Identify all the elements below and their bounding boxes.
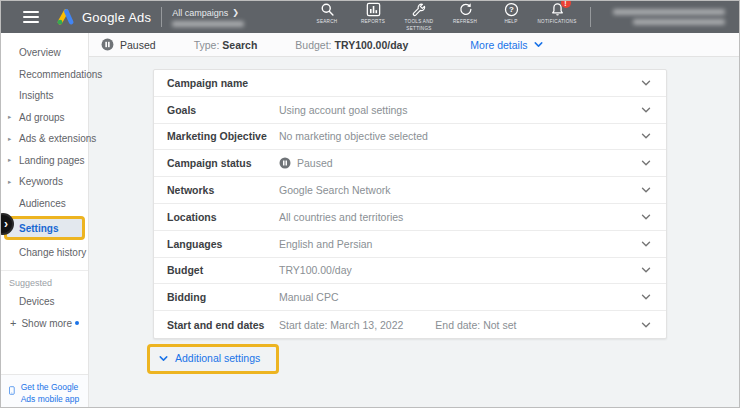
svg-text:?: ?: [509, 5, 514, 14]
mobile-app-link[interactable]: Get the Google Ads mobile app: [1, 374, 88, 408]
redacted-account-name: [613, 9, 725, 15]
refresh-button[interactable]: REFRESH: [442, 2, 488, 25]
expand-arrow-icon: ▸: [8, 178, 11, 186]
row-label: Languages: [167, 238, 279, 250]
sidebar-item-audiences[interactable]: Audiences: [1, 193, 88, 215]
topbar-nav: SEARCH REPORTS TOOLS AND SETTINGS REFRES…: [304, 2, 580, 32]
sidebar: Overview Recommendations Insights ▸Ad gr…: [1, 33, 89, 407]
campaign-status-bar: Paused Type:Search Budget:TRY100.00/day …: [89, 33, 739, 57]
refresh-icon: [458, 2, 473, 17]
row-value: TRY100.00/day: [279, 264, 639, 276]
row-label: Bidding: [167, 291, 279, 303]
additional-settings-toggle[interactable]: Additional settings: [147, 344, 279, 374]
breadcrumb-label[interactable]: All campaigns: [172, 8, 228, 18]
topbar-divider: [590, 7, 591, 27]
row-label: Budget: [167, 264, 279, 276]
notifications-button[interactable]: ! NOTIFICATIONS: [534, 2, 580, 25]
chevron-down-icon[interactable]: [639, 183, 653, 197]
row-value: No marketing objective selected: [279, 130, 639, 142]
row-label: Locations: [167, 211, 279, 223]
chevron-down-icon[interactable]: [639, 76, 653, 90]
row-value: English and Persian: [279, 238, 639, 250]
row-value: Paused: [279, 157, 639, 169]
tools-and-settings-button[interactable]: TOOLS AND SETTINGS: [396, 2, 442, 32]
start-date: Start date: March 13, 2022: [279, 319, 403, 331]
settings-row-campaign-name[interactable]: Campaign name: [154, 70, 666, 97]
chevron-down-icon[interactable]: [639, 210, 653, 224]
reports-button[interactable]: REPORTS: [350, 2, 396, 25]
help-button[interactable]: ? HELP: [488, 2, 534, 25]
settings-row-languages[interactable]: Languages English and Persian: [154, 231, 666, 258]
row-value: Start date: March 13, 2022 End date: Not…: [279, 319, 639, 331]
notification-dot: [75, 321, 79, 325]
settings-row-start-end-dates[interactable]: Start and end dates Start date: March 13…: [154, 311, 666, 338]
end-date: End date: Not set: [435, 319, 516, 331]
row-value: All countries and territories: [279, 211, 639, 223]
row-value: Manual CPC: [279, 291, 639, 303]
sidebar-item-recommendations[interactable]: Recommendations: [1, 64, 88, 86]
sidebar-item-overview[interactable]: Overview: [1, 42, 88, 64]
search-button[interactable]: SEARCH: [304, 2, 350, 25]
chevron-down-icon[interactable]: [639, 237, 653, 251]
plus-icon: +: [10, 317, 16, 329]
help-icon: ?: [504, 2, 519, 17]
chevron-down-icon[interactable]: [639, 318, 653, 332]
search-icon: [320, 2, 335, 17]
campaign-settings-card: Campaign name Goals Using account goal s…: [153, 69, 667, 339]
row-label: Start and end dates: [167, 319, 279, 331]
settings-row-budget[interactable]: Budget TRY100.00/day: [154, 258, 666, 285]
expand-arrow-icon: ▸: [8, 113, 11, 121]
chevron-right-icon: ❯: [232, 8, 239, 17]
menu-icon[interactable]: [23, 11, 39, 23]
breadcrumb[interactable]: All campaigns ❯: [172, 8, 244, 27]
sidebar-item-keywords[interactable]: ▸Keywords: [1, 171, 88, 193]
notification-badge: !: [561, 0, 571, 8]
campaign-type: Type:Search: [194, 39, 258, 51]
sidebar-item-insights[interactable]: Insights: [1, 85, 88, 107]
sidebar-item-change-history[interactable]: Change history: [1, 242, 88, 264]
tools-icon: [412, 2, 427, 17]
sidebar-item-landing-pages[interactable]: ▸Landing pages: [1, 150, 88, 172]
settings-row-bidding[interactable]: Bidding Manual CPC: [154, 284, 666, 311]
status-text: Paused: [120, 39, 156, 51]
account-info[interactable]: [613, 9, 725, 25]
settings-row-campaign-status[interactable]: Campaign status Paused: [154, 150, 666, 177]
main-content: Paused Type:Search Budget:TRY100.00/day …: [89, 33, 739, 407]
chevron-down-icon[interactable]: [639, 156, 653, 170]
sidebar-item-ad-groups[interactable]: ▸Ad groups: [1, 107, 88, 129]
row-value: Using account goal settings: [279, 104, 639, 116]
reports-icon: [366, 2, 381, 17]
google-ads-logo-icon[interactable]: [55, 7, 75, 27]
redacted-account-id: [633, 19, 725, 25]
more-details-button[interactable]: More details: [470, 38, 544, 51]
settings-row-locations[interactable]: Locations All countries and territories: [154, 204, 666, 231]
phone-icon: [9, 382, 15, 399]
notifications-icon: !: [550, 2, 565, 17]
sidebar-item-settings[interactable]: Settings: [4, 216, 85, 240]
show-more-button[interactable]: + Show more: [1, 312, 88, 334]
chevron-down-icon[interactable]: [639, 263, 653, 277]
row-value: Google Search Network: [279, 184, 639, 196]
expand-arrow-icon: ▸: [8, 135, 11, 143]
chevron-down-icon[interactable]: [639, 103, 653, 117]
paused-icon: [101, 38, 114, 51]
sidebar-item-devices[interactable]: Devices: [1, 291, 88, 313]
paused-icon: [279, 157, 291, 169]
campaign-budget: Budget:TRY100.00/day: [295, 39, 408, 51]
chevron-down-icon[interactable]: [639, 290, 653, 304]
chevron-down-icon[interactable]: [639, 129, 653, 143]
expand-arrow-icon: ▸: [8, 156, 11, 164]
top-app-bar: Google Ads All campaigns ❯ SEARCH REPORT…: [1, 1, 739, 33]
row-label: Campaign name: [167, 77, 279, 89]
sidebar-item-ads-extensions[interactable]: ▸Ads & extensions: [1, 128, 88, 150]
settings-row-marketing-objective[interactable]: Marketing Objective No marketing objecti…: [154, 124, 666, 151]
chevron-down-icon: [532, 38, 545, 51]
settings-row-networks[interactable]: Networks Google Search Network: [154, 177, 666, 204]
settings-row-goals[interactable]: Goals Using account goal settings: [154, 97, 666, 124]
topbar-divider: [161, 7, 162, 27]
chevron-down-icon: [157, 352, 170, 365]
row-label: Networks: [167, 184, 279, 196]
row-label: Goals: [167, 104, 279, 116]
row-label: Campaign status: [167, 157, 279, 169]
suggested-section-label: Suggested: [1, 270, 88, 291]
